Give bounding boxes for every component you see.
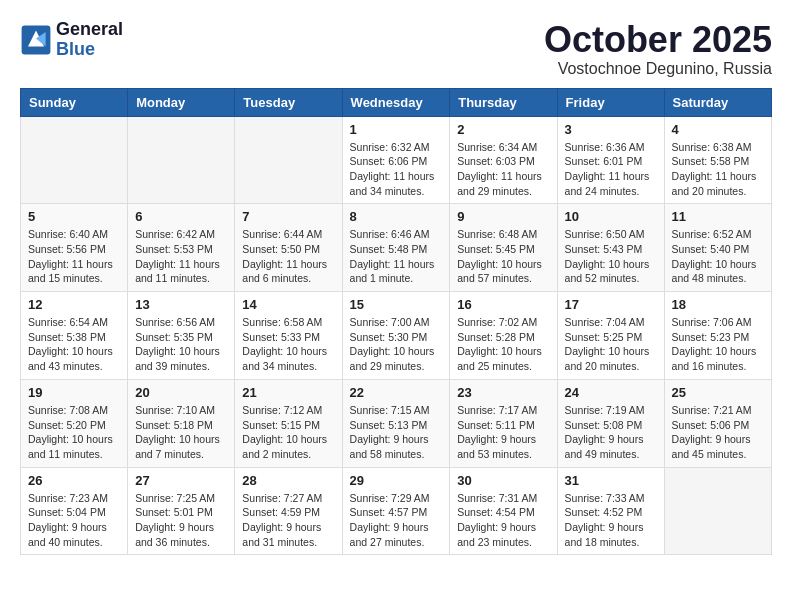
calendar-cell: 30Sunrise: 7:31 AMSunset: 4:54 PMDayligh… — [450, 467, 557, 555]
calendar-cell: 19Sunrise: 7:08 AMSunset: 5:20 PMDayligh… — [21, 379, 128, 467]
day-number: 3 — [565, 122, 657, 137]
day-detail: Sunrise: 6:44 AMSunset: 5:50 PMDaylight:… — [242, 227, 334, 286]
day-number: 4 — [672, 122, 764, 137]
day-detail: Sunrise: 7:25 AMSunset: 5:01 PMDaylight:… — [135, 491, 227, 550]
calendar-cell: 25Sunrise: 7:21 AMSunset: 5:06 PMDayligh… — [664, 379, 771, 467]
day-number: 15 — [350, 297, 443, 312]
day-number: 11 — [672, 209, 764, 224]
calendar: SundayMondayTuesdayWednesdayThursdayFrid… — [20, 88, 772, 556]
weekday-header-monday: Monday — [128, 88, 235, 116]
day-detail: Sunrise: 7:33 AMSunset: 4:52 PMDaylight:… — [565, 491, 657, 550]
day-number: 21 — [242, 385, 334, 400]
calendar-week-2: 5Sunrise: 6:40 AMSunset: 5:56 PMDaylight… — [21, 204, 772, 292]
calendar-cell: 7Sunrise: 6:44 AMSunset: 5:50 PMDaylight… — [235, 204, 342, 292]
calendar-cell: 14Sunrise: 6:58 AMSunset: 5:33 PMDayligh… — [235, 292, 342, 380]
day-detail: Sunrise: 6:36 AMSunset: 6:01 PMDaylight:… — [565, 140, 657, 199]
weekday-header-thursday: Thursday — [450, 88, 557, 116]
calendar-cell: 13Sunrise: 6:56 AMSunset: 5:35 PMDayligh… — [128, 292, 235, 380]
day-number: 9 — [457, 209, 549, 224]
day-number: 25 — [672, 385, 764, 400]
month-title: October 2025 — [544, 20, 772, 60]
day-number: 13 — [135, 297, 227, 312]
day-detail: Sunrise: 6:52 AMSunset: 5:40 PMDaylight:… — [672, 227, 764, 286]
day-detail: Sunrise: 7:21 AMSunset: 5:06 PMDaylight:… — [672, 403, 764, 462]
calendar-cell: 8Sunrise: 6:46 AMSunset: 5:48 PMDaylight… — [342, 204, 450, 292]
weekday-header-tuesday: Tuesday — [235, 88, 342, 116]
calendar-week-3: 12Sunrise: 6:54 AMSunset: 5:38 PMDayligh… — [21, 292, 772, 380]
weekday-header-saturday: Saturday — [664, 88, 771, 116]
day-detail: Sunrise: 7:19 AMSunset: 5:08 PMDaylight:… — [565, 403, 657, 462]
day-detail: Sunrise: 6:34 AMSunset: 6:03 PMDaylight:… — [457, 140, 549, 199]
calendar-week-5: 26Sunrise: 7:23 AMSunset: 5:04 PMDayligh… — [21, 467, 772, 555]
day-detail: Sunrise: 6:48 AMSunset: 5:45 PMDaylight:… — [457, 227, 549, 286]
day-detail: Sunrise: 6:38 AMSunset: 5:58 PMDaylight:… — [672, 140, 764, 199]
calendar-cell: 17Sunrise: 7:04 AMSunset: 5:25 PMDayligh… — [557, 292, 664, 380]
day-detail: Sunrise: 6:32 AMSunset: 6:06 PMDaylight:… — [350, 140, 443, 199]
day-detail: Sunrise: 6:42 AMSunset: 5:53 PMDaylight:… — [135, 227, 227, 286]
day-number: 20 — [135, 385, 227, 400]
calendar-cell: 20Sunrise: 7:10 AMSunset: 5:18 PMDayligh… — [128, 379, 235, 467]
day-number: 30 — [457, 473, 549, 488]
day-detail: Sunrise: 6:46 AMSunset: 5:48 PMDaylight:… — [350, 227, 443, 286]
calendar-cell: 3Sunrise: 6:36 AMSunset: 6:01 PMDaylight… — [557, 116, 664, 204]
logo-icon — [20, 24, 52, 56]
header: General Blue October 2025 Vostochnoe Deg… — [20, 20, 772, 78]
day-detail: Sunrise: 7:08 AMSunset: 5:20 PMDaylight:… — [28, 403, 120, 462]
day-detail: Sunrise: 6:54 AMSunset: 5:38 PMDaylight:… — [28, 315, 120, 374]
day-number: 27 — [135, 473, 227, 488]
calendar-cell: 2Sunrise: 6:34 AMSunset: 6:03 PMDaylight… — [450, 116, 557, 204]
day-number: 18 — [672, 297, 764, 312]
calendar-cell: 21Sunrise: 7:12 AMSunset: 5:15 PMDayligh… — [235, 379, 342, 467]
day-number: 8 — [350, 209, 443, 224]
calendar-cell: 27Sunrise: 7:25 AMSunset: 5:01 PMDayligh… — [128, 467, 235, 555]
calendar-cell — [235, 116, 342, 204]
calendar-cell: 31Sunrise: 7:33 AMSunset: 4:52 PMDayligh… — [557, 467, 664, 555]
calendar-cell — [664, 467, 771, 555]
weekday-header-sunday: Sunday — [21, 88, 128, 116]
weekday-header-friday: Friday — [557, 88, 664, 116]
day-detail: Sunrise: 7:02 AMSunset: 5:28 PMDaylight:… — [457, 315, 549, 374]
day-detail: Sunrise: 7:23 AMSunset: 5:04 PMDaylight:… — [28, 491, 120, 550]
day-detail: Sunrise: 7:29 AMSunset: 4:57 PMDaylight:… — [350, 491, 443, 550]
weekday-header-wednesday: Wednesday — [342, 88, 450, 116]
logo-line2: Blue — [56, 40, 123, 60]
day-detail: Sunrise: 7:17 AMSunset: 5:11 PMDaylight:… — [457, 403, 549, 462]
calendar-cell: 12Sunrise: 6:54 AMSunset: 5:38 PMDayligh… — [21, 292, 128, 380]
day-detail: Sunrise: 7:15 AMSunset: 5:13 PMDaylight:… — [350, 403, 443, 462]
day-detail: Sunrise: 7:31 AMSunset: 4:54 PMDaylight:… — [457, 491, 549, 550]
logo-line1: General — [56, 20, 123, 40]
day-number: 2 — [457, 122, 549, 137]
day-detail: Sunrise: 7:00 AMSunset: 5:30 PMDaylight:… — [350, 315, 443, 374]
calendar-cell: 23Sunrise: 7:17 AMSunset: 5:11 PMDayligh… — [450, 379, 557, 467]
day-detail: Sunrise: 7:27 AMSunset: 4:59 PMDaylight:… — [242, 491, 334, 550]
day-detail: Sunrise: 6:56 AMSunset: 5:35 PMDaylight:… — [135, 315, 227, 374]
day-detail: Sunrise: 6:40 AMSunset: 5:56 PMDaylight:… — [28, 227, 120, 286]
calendar-cell — [128, 116, 235, 204]
calendar-cell: 9Sunrise: 6:48 AMSunset: 5:45 PMDaylight… — [450, 204, 557, 292]
day-number: 12 — [28, 297, 120, 312]
day-number: 6 — [135, 209, 227, 224]
calendar-cell: 11Sunrise: 6:52 AMSunset: 5:40 PMDayligh… — [664, 204, 771, 292]
title-area: October 2025 Vostochnoe Degunino, Russia — [544, 20, 772, 78]
calendar-cell: 5Sunrise: 6:40 AMSunset: 5:56 PMDaylight… — [21, 204, 128, 292]
day-number: 5 — [28, 209, 120, 224]
day-number: 14 — [242, 297, 334, 312]
calendar-cell: 6Sunrise: 6:42 AMSunset: 5:53 PMDaylight… — [128, 204, 235, 292]
day-number: 19 — [28, 385, 120, 400]
day-number: 24 — [565, 385, 657, 400]
day-detail: Sunrise: 7:10 AMSunset: 5:18 PMDaylight:… — [135, 403, 227, 462]
day-detail: Sunrise: 7:12 AMSunset: 5:15 PMDaylight:… — [242, 403, 334, 462]
day-detail: Sunrise: 6:50 AMSunset: 5:43 PMDaylight:… — [565, 227, 657, 286]
calendar-week-1: 1Sunrise: 6:32 AMSunset: 6:06 PMDaylight… — [21, 116, 772, 204]
day-number: 1 — [350, 122, 443, 137]
calendar-cell: 16Sunrise: 7:02 AMSunset: 5:28 PMDayligh… — [450, 292, 557, 380]
calendar-cell: 29Sunrise: 7:29 AMSunset: 4:57 PMDayligh… — [342, 467, 450, 555]
day-number: 29 — [350, 473, 443, 488]
weekday-header-row: SundayMondayTuesdayWednesdayThursdayFrid… — [21, 88, 772, 116]
location-title: Vostochnoe Degunino, Russia — [544, 60, 772, 78]
calendar-cell: 15Sunrise: 7:00 AMSunset: 5:30 PMDayligh… — [342, 292, 450, 380]
calendar-cell: 4Sunrise: 6:38 AMSunset: 5:58 PMDaylight… — [664, 116, 771, 204]
calendar-cell: 26Sunrise: 7:23 AMSunset: 5:04 PMDayligh… — [21, 467, 128, 555]
day-number: 7 — [242, 209, 334, 224]
calendar-cell: 28Sunrise: 7:27 AMSunset: 4:59 PMDayligh… — [235, 467, 342, 555]
